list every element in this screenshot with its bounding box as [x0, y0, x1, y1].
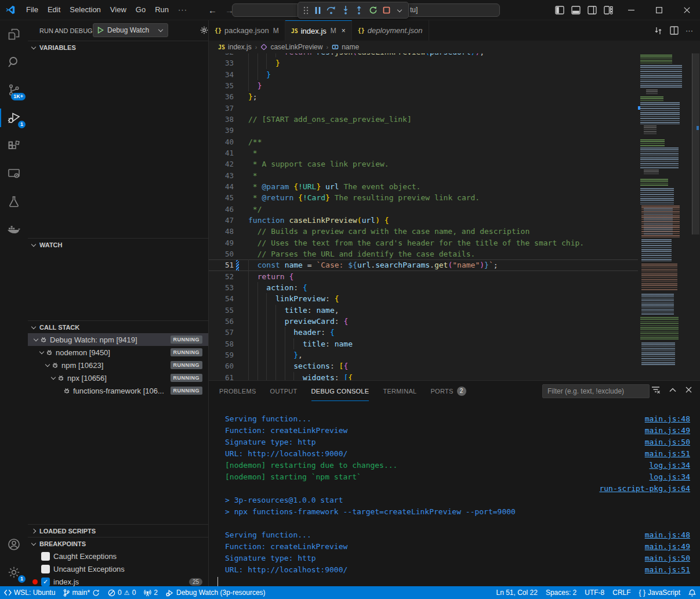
- menu-go[interactable]: Go: [131, 3, 150, 16]
- menu-selection[interactable]: Selection: [65, 3, 105, 16]
- code-line[interactable]: 54 linkPreview: {: [209, 293, 638, 304]
- editor-scrollbar[interactable]: [691, 53, 700, 380]
- line-number[interactable]: 55: [209, 305, 234, 316]
- code-line[interactable]: 60 sections: [{: [209, 360, 638, 371]
- code-line[interactable]: 53 action: {: [209, 282, 638, 293]
- code-line[interactable]: 38// [START add_ons_case_preview_link]: [209, 114, 638, 125]
- code-line[interactable]: 39: [209, 125, 638, 136]
- code-line[interactable]: 34 }: [209, 69, 638, 80]
- code-line[interactable]: 32 return res.json(caseLinkPreview(parse…: [209, 53, 638, 57]
- step-over-icon[interactable]: [327, 6, 336, 15]
- breakpoint-row[interactable]: Uncaught Exceptions: [28, 562, 208, 575]
- code-line[interactable]: 55 title: name,: [209, 305, 638, 316]
- line-number[interactable]: 47: [209, 215, 234, 226]
- debug-session-indicator[interactable]: Debug Watch (3p-resources): [162, 586, 270, 599]
- toggle-panel-icon[interactable]: [568, 3, 584, 18]
- line-number[interactable]: 58: [209, 338, 234, 349]
- filter-icon[interactable]: [651, 386, 660, 394]
- line-number[interactable]: 34: [209, 69, 234, 80]
- encoding[interactable]: UTF-8: [581, 586, 608, 599]
- section-breakpoints[interactable]: BREAKPOINTS: [28, 537, 208, 550]
- code-line[interactable]: 58 title: name: [209, 338, 638, 349]
- forwarded-ports-indicator[interactable]: 2: [140, 586, 162, 599]
- tab-package-json[interactable]: {} package.json M: [209, 20, 285, 41]
- restart-icon[interactable]: [369, 6, 378, 15]
- eol-sequence[interactable]: CRLF: [608, 586, 634, 599]
- source-link[interactable]: main.js:50: [645, 436, 690, 448]
- tab-terminal[interactable]: TERMINAL: [383, 381, 416, 401]
- menu-overflow[interactable]: ···: [173, 3, 192, 16]
- remote-indicator[interactable]: WSL: Ubuntu: [0, 586, 59, 599]
- line-number[interactable]: 41: [209, 147, 234, 158]
- step-out-icon[interactable]: [355, 6, 363, 15]
- line-number[interactable]: 56: [209, 316, 234, 327]
- nav-back-icon[interactable]: ←: [208, 5, 217, 15]
- line-number[interactable]: 38: [209, 114, 234, 125]
- problems-indicator[interactable]: 0 ⚠ 0: [104, 586, 140, 599]
- line-number[interactable]: 39: [209, 125, 234, 136]
- code-line[interactable]: 52 return {: [209, 271, 638, 282]
- close-panel-icon[interactable]: [686, 387, 692, 393]
- source-link[interactable]: main.js:51: [645, 448, 690, 460]
- cursor-position[interactable]: Ln 51, Col 22: [492, 586, 542, 599]
- source-link[interactable]: main.js:49: [645, 541, 690, 553]
- source-link[interactable]: log.js:34: [650, 471, 690, 483]
- menu-run[interactable]: Run: [150, 3, 173, 16]
- customize-layout-icon[interactable]: [600, 3, 616, 18]
- tab-output[interactable]: OUTPUT: [270, 381, 298, 401]
- sidebar-item-source-control[interactable]: 1K+: [0, 76, 28, 104]
- code-line[interactable]: 33 }: [209, 57, 638, 68]
- source-link[interactable]: run-script-pkg.js:64: [599, 483, 690, 495]
- line-number[interactable]: 52: [209, 271, 234, 282]
- toggle-primary-sidebar-icon[interactable]: [552, 3, 568, 18]
- breakpoint-row[interactable]: Caught Exceptions: [28, 550, 208, 562]
- line-number[interactable]: 53: [209, 282, 234, 293]
- source-link[interactable]: main.js:51: [645, 564, 690, 576]
- debug-toolbar-chevron-icon[interactable]: [397, 7, 401, 12]
- code-line[interactable]: 45 * @return {!Card} The resulting previ…: [209, 192, 638, 203]
- code-line[interactable]: 37: [209, 103, 638, 114]
- line-number[interactable]: 57: [209, 327, 234, 338]
- source-link[interactable]: main.js:48: [645, 529, 690, 541]
- line-number[interactable]: 32: [209, 53, 234, 57]
- breakpoint-checkbox[interactable]: [41, 565, 50, 573]
- console-prompt-icon[interactable]: [216, 577, 220, 586]
- language-mode[interactable]: { } JavaScript: [635, 586, 684, 599]
- line-number[interactable]: 40: [209, 136, 234, 147]
- notifications-bell-icon[interactable]: [684, 586, 700, 599]
- source-link[interactable]: main.js:48: [645, 413, 690, 425]
- line-number[interactable]: 44: [209, 181, 234, 192]
- sidebar-item-extensions[interactable]: [0, 132, 28, 160]
- line-number[interactable]: 48: [209, 226, 234, 237]
- indentation[interactable]: Spaces: 2: [542, 586, 581, 599]
- line-number[interactable]: 43: [209, 170, 234, 181]
- open-changes-icon[interactable]: [654, 26, 663, 35]
- breakpoint-checkbox[interactable]: ✓: [41, 578, 50, 586]
- call-stack-row[interactable]: nodemon [9450]RUNNING: [28, 346, 208, 359]
- code-line[interactable]: 47function caseLinkPreview(url) {: [209, 215, 638, 226]
- code-editor[interactable]: 32 return res.json(caseLinkPreview(parse…: [209, 53, 638, 380]
- source-link[interactable]: main.js:50: [645, 553, 690, 564]
- code-line[interactable]: 57 header: {: [209, 327, 638, 338]
- breakpoint-checkbox[interactable]: [41, 552, 50, 561]
- line-number[interactable]: 37: [209, 103, 234, 114]
- line-number[interactable]: 59: [209, 349, 234, 360]
- minimap[interactable]: [638, 53, 691, 380]
- breadcrumb[interactable]: JS index.js › caseLinkPreview › name: [209, 41, 700, 53]
- code-line[interactable]: 46 */: [209, 204, 638, 215]
- menu-file[interactable]: File: [21, 3, 43, 16]
- line-number[interactable]: 61: [209, 372, 234, 380]
- stop-icon[interactable]: [383, 6, 390, 14]
- line-number[interactable]: 33: [209, 57, 234, 68]
- drag-grip-icon[interactable]: [303, 6, 309, 15]
- tab-problems[interactable]: PROBLEMS: [219, 381, 256, 401]
- maximize-button[interactable]: [645, 0, 672, 20]
- code-line[interactable]: 56 previewCard: {: [209, 316, 638, 327]
- sidebar-item-search[interactable]: [0, 48, 28, 76]
- line-number[interactable]: 35: [209, 80, 234, 91]
- code-line[interactable]: 43 *: [209, 170, 638, 181]
- debug-console-output[interactable]: Serving function...main.js:48Function: c…: [209, 402, 700, 576]
- section-loaded-scripts[interactable]: LOADED SCRIPTS: [28, 524, 208, 537]
- tab-deployment-json[interactable]: {} deployment.json: [352, 20, 429, 41]
- call-stack-row[interactable]: npx [10656]RUNNING: [28, 371, 208, 384]
